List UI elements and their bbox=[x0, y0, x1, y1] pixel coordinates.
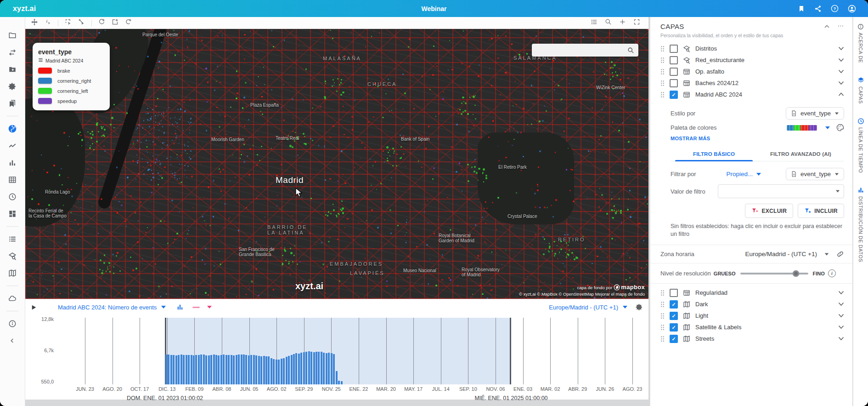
side-tab-clock[interactable]: LÍNEA DE TIEMPO bbox=[857, 118, 864, 173]
side-tab-bars[interactable]: DISTRIBUCIÓN DE DATOS bbox=[857, 187, 864, 262]
pan-tool-icon[interactable] bbox=[31, 18, 38, 28]
map-search-icon[interactable] bbox=[605, 18, 612, 27]
layer-visibility-checkbox[interactable] bbox=[670, 68, 678, 76]
layer-name[interactable]: Red_estructurante bbox=[695, 57, 833, 63]
timezone-value[interactable]: Europe/Madrid - (UTC +1) bbox=[745, 251, 817, 257]
sidebar-bookmarks-icon[interactable] bbox=[7, 98, 18, 109]
sidebar-cloud-icon[interactable] bbox=[7, 293, 18, 304]
chart-type-icon[interactable] bbox=[177, 304, 183, 310]
attribution-links[interactable]: © xyzt.ai © MapBox © OpenStreetMap Mejor… bbox=[519, 291, 645, 297]
sidebar-globe-icon[interactable] bbox=[7, 123, 18, 134]
tab-filtro-basico[interactable]: FILTRO BÁSICO bbox=[671, 147, 757, 161]
sidebar-info-icon[interactable] bbox=[7, 318, 18, 329]
color-caret-icon[interactable] bbox=[207, 306, 212, 309]
info-cursor-icon[interactable]: i bbox=[45, 18, 51, 27]
layer-visibility-checkbox[interactable]: ✓ bbox=[670, 91, 678, 99]
add-rect-selection-icon[interactable] bbox=[112, 18, 118, 27]
chevron-down-icon[interactable] bbox=[838, 58, 844, 62]
layer-visibility-checkbox[interactable]: ✓ bbox=[670, 335, 678, 343]
panel-menu-icon[interactable] bbox=[837, 23, 844, 31]
sidebar-clock-icon[interactable] bbox=[7, 191, 18, 202]
drag-handle-icon[interactable] bbox=[660, 290, 665, 296]
layer-name[interactable]: Baches 2024/12 bbox=[695, 80, 833, 86]
palette-icon[interactable] bbox=[836, 124, 844, 132]
resolution-info-icon[interactable]: i bbox=[828, 269, 836, 277]
deselect-region-icon[interactable] bbox=[78, 18, 85, 27]
add-freehand-selection-icon[interactable] bbox=[125, 18, 132, 27]
layer-visibility-checkbox[interactable] bbox=[670, 289, 678, 297]
drag-handle-icon[interactable] bbox=[660, 46, 665, 52]
layer-name[interactable]: Satellite & Labels bbox=[695, 324, 833, 331]
drag-handle-icon[interactable] bbox=[660, 336, 665, 342]
layer-visibility-checkbox[interactable] bbox=[670, 56, 678, 64]
sidebar-trend-icon[interactable] bbox=[7, 140, 18, 151]
chevron-down-icon[interactable] bbox=[838, 81, 844, 85]
timeline-title-caret-icon[interactable] bbox=[161, 306, 166, 309]
timezone-caret-icon[interactable] bbox=[623, 306, 627, 309]
slider-knob[interactable] bbox=[793, 270, 799, 277]
drag-handle-icon[interactable] bbox=[660, 69, 665, 75]
color-line-swatch[interactable] bbox=[192, 307, 200, 308]
palette-caret-icon[interactable] bbox=[825, 126, 830, 129]
chevron-down-icon[interactable] bbox=[838, 69, 844, 74]
sidebar-vector-search-icon[interactable] bbox=[7, 251, 18, 262]
select-region-icon[interactable] bbox=[65, 18, 72, 27]
timezone-link-icon[interactable] bbox=[836, 250, 844, 258]
side-tab-layers[interactable]: CAPAS bbox=[857, 77, 864, 104]
sidebar-grid-icon[interactable] bbox=[7, 174, 18, 185]
chevron-up-icon[interactable] bbox=[838, 92, 844, 97]
drag-handle-icon[interactable] bbox=[660, 324, 665, 331]
share-icon[interactable] bbox=[814, 5, 822, 12]
map-search-input[interactable] bbox=[532, 47, 623, 53]
layer-visibility-checkbox[interactable] bbox=[670, 45, 678, 53]
tab-filtro-avanzado[interactable]: FILTRO AVANZADO (AI) bbox=[757, 147, 844, 161]
sidebar-gear-icon[interactable] bbox=[7, 81, 18, 92]
plot-area[interactable] bbox=[60, 318, 643, 384]
show-more-link[interactable]: MOSTRAR MÁS bbox=[671, 136, 844, 141]
exclude-button[interactable]: EXCLUIR bbox=[745, 204, 793, 218]
drag-handle-icon[interactable] bbox=[660, 313, 665, 319]
chevron-down-icon[interactable] bbox=[838, 46, 844, 51]
layer-name[interactable]: Streets bbox=[695, 335, 833, 342]
drag-handle-icon[interactable] bbox=[660, 57, 665, 63]
layer-visibility-checkbox[interactable]: ✓ bbox=[670, 323, 678, 332]
chevron-down-icon[interactable] bbox=[838, 325, 844, 329]
drag-handle-icon[interactable] bbox=[660, 91, 665, 98]
include-button[interactable]: INCLUIR bbox=[798, 204, 844, 218]
timeline-settings-icon[interactable] bbox=[636, 303, 643, 311]
side-tab-info[interactable]: ACERCA DE bbox=[857, 23, 864, 63]
sidebar-folder-plus-icon[interactable] bbox=[7, 64, 18, 75]
filter-value-select[interactable] bbox=[718, 184, 844, 198]
layer-name[interactable]: Light bbox=[695, 312, 833, 319]
help-icon[interactable]: ? bbox=[831, 5, 839, 12]
sidebar-list-icon[interactable] bbox=[7, 234, 18, 245]
timezone-row-caret-icon[interactable] bbox=[825, 253, 829, 255]
legend-list-icon[interactable] bbox=[591, 18, 597, 27]
layer-name[interactable]: Dark bbox=[695, 301, 833, 308]
layer-name[interactable]: Op. asfalto bbox=[695, 68, 833, 75]
collapse-panel-icon[interactable] bbox=[824, 23, 830, 31]
style-by-select[interactable]: event_type bbox=[786, 107, 844, 120]
chevron-down-icon[interactable] bbox=[838, 314, 844, 318]
layer-visibility-checkbox[interactable]: ✓ bbox=[670, 300, 678, 309]
layer-visibility-checkbox[interactable]: ✓ bbox=[670, 312, 678, 320]
chevron-down-icon[interactable] bbox=[838, 302, 844, 306]
drag-handle-icon[interactable] bbox=[660, 301, 665, 308]
account-icon[interactable] bbox=[848, 5, 856, 13]
sidebar-dashboard-icon[interactable] bbox=[7, 208, 18, 219]
search-icon[interactable] bbox=[623, 47, 638, 54]
layer-visibility-checkbox[interactable] bbox=[670, 79, 678, 87]
chevron-down-icon[interactable] bbox=[838, 291, 844, 295]
play-button[interactable] bbox=[31, 304, 37, 310]
resolution-slider[interactable] bbox=[740, 273, 808, 274]
bookmark-icon[interactable] bbox=[798, 5, 805, 12]
drag-handle-icon[interactable] bbox=[660, 80, 665, 86]
filter-property-select[interactable]: event_type bbox=[786, 168, 844, 180]
add-circle-selection-icon[interactable] bbox=[98, 18, 105, 27]
filter-by-select[interactable]: Propied... bbox=[726, 171, 786, 177]
timeline-timezone[interactable]: Europe/Madrid - (UTC +1) bbox=[549, 304, 618, 311]
sidebar-collapse-icon[interactable] bbox=[7, 335, 18, 346]
sidebar-bars-icon[interactable] bbox=[7, 157, 18, 168]
layer-name[interactable]: Regularidad bbox=[695, 289, 833, 296]
chevron-down-icon[interactable] bbox=[838, 337, 844, 341]
